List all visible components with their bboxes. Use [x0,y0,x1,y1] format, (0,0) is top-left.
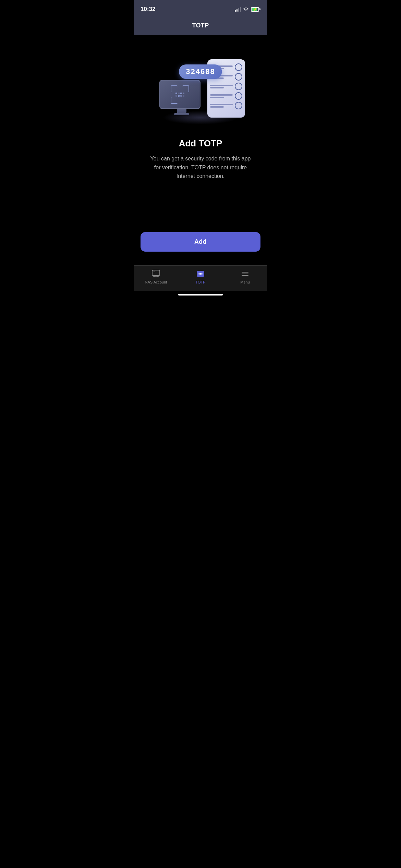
nav-header: TOTP [134,17,267,35]
tab-nas-account-label: NAS Account [145,280,167,284]
home-indicator [134,291,267,298]
wifi-icon [243,7,249,12]
totp-illustration: 324688 [153,46,248,128]
nav-title: TOTP [192,22,209,29]
battery-icon: ⚡ [251,7,260,12]
monitor-illustration [159,80,204,114]
nas-account-icon [151,269,161,279]
status-icons: ⚡ [235,7,260,12]
status-bar: 10:32 ⚡ [134,0,267,17]
menu-icon [240,269,250,279]
main-title: Add TOTP [149,138,252,149]
tab-menu-label: Menu [240,280,250,284]
totp-icon [196,269,205,279]
tab-bar: NAS Account TOTP Menu [134,265,267,291]
main-content: 324688 [134,35,267,232]
svg-rect-0 [152,270,160,276]
svg-point-7 [200,273,201,275]
svg-point-5 [198,273,200,275]
tab-totp[interactable]: TOTP [187,269,214,284]
text-section: Add TOTP You can get a security code fro… [142,138,259,181]
add-button[interactable]: Add [141,232,260,252]
signal-icon [235,7,241,12]
totp-code-badge: 324688 [179,64,222,79]
home-bar [178,294,223,296]
add-button-container: Add [134,232,267,265]
qr-code-icon [171,85,189,104]
svg-point-6 [201,273,203,275]
status-time: 10:32 [141,6,155,13]
tab-totp-label: TOTP [195,280,205,284]
tab-menu[interactable]: Menu [231,269,259,284]
tab-nas-account[interactable]: NAS Account [142,269,170,284]
illustration-container: 324688 [141,46,260,128]
main-description: You can get a security code from this ap… [149,154,252,181]
